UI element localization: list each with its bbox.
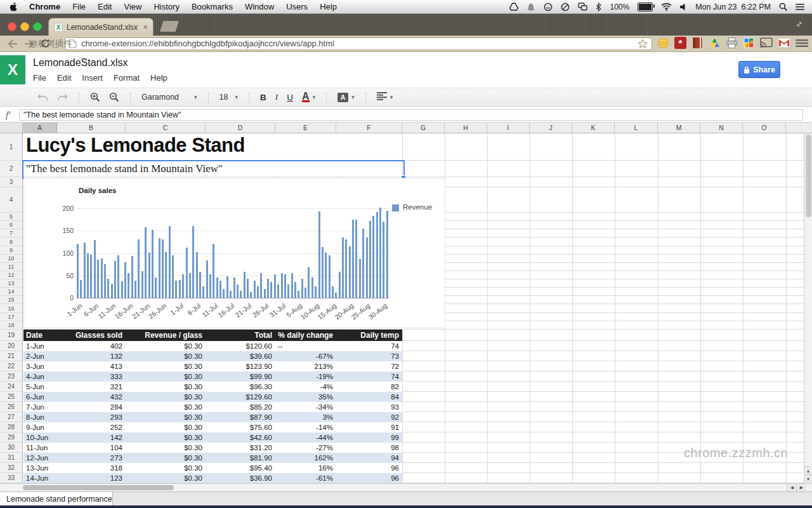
column-header-g[interactable]: G — [402, 123, 445, 133]
column-header-n[interactable]: N — [700, 123, 743, 133]
italic-button[interactable]: I — [275, 92, 278, 102]
menu-bar-clock[interactable]: Mon Jun 23 6:22 PM — [695, 3, 771, 11]
table-cell[interactable]: $0.30 — [126, 412, 206, 422]
app-menu-format[interactable]: Format — [114, 73, 140, 83]
table-cell[interactable]: $0.30 — [126, 351, 206, 361]
row-header-29[interactable]: 29 — [0, 432, 23, 442]
table-cell[interactable]: $0.30 — [126, 361, 206, 371]
table-cell[interactable]: $81.90 — [206, 453, 275, 463]
window-resize-icon[interactable] — [796, 19, 803, 30]
table-cell[interactable]: 3% — [275, 412, 336, 422]
volume-icon[interactable] — [680, 3, 687, 11]
table-cell[interactable]: 142 — [57, 432, 126, 443]
align-button[interactable]: ▾ — [377, 91, 393, 103]
table-cell[interactable]: 72 — [336, 361, 402, 371]
table-cell[interactable]: 99 — [336, 432, 402, 443]
table-cell[interactable]: $42.60 — [206, 432, 275, 443]
notification-center-icon[interactable] — [796, 3, 804, 11]
table-cell[interactable]: 35% — [275, 392, 336, 402]
table-cell[interactable]: 92 — [336, 412, 402, 422]
table-cell[interactable]: $120.60 — [206, 341, 275, 351]
table-cell[interactable]: 213% — [275, 361, 336, 371]
table-cell[interactable]: 4-Jun — [23, 371, 57, 382]
browser-tab[interactable]: X LemonadeStand.xlsx × — [48, 18, 154, 36]
table-cell[interactable]: 94 — [336, 453, 402, 463]
vertical-scrollbar[interactable]: ▲ ▼ — [804, 133, 812, 483]
zoom-out-button[interactable] — [109, 92, 119, 102]
table-cell[interactable]: 1-Jun — [23, 341, 57, 351]
column-header-o[interactable]: O — [743, 123, 786, 133]
column-header-l[interactable]: L — [615, 123, 658, 133]
underline-button[interactable]: U — [287, 93, 293, 102]
new-tab-button[interactable] — [160, 21, 179, 32]
address-bar[interactable]: chrome-extension://ehibbfinohgbchlgdbfpi… — [65, 37, 652, 50]
row-header-4[interactable]: 4 — [0, 187, 23, 212]
drive-icon[interactable] — [509, 3, 518, 11]
gmail-extension-icon[interactable] — [778, 38, 790, 48]
zoom-in-button[interactable] — [90, 92, 100, 102]
table-cell[interactable]: 432 — [57, 392, 126, 402]
row-header-23[interactable]: 23 — [0, 371, 23, 381]
redo-button[interactable] — [57, 93, 68, 102]
mac-menu-view[interactable]: View — [124, 2, 141, 11]
table-cell[interactable]: -67% — [275, 351, 336, 361]
row-header-10[interactable]: 10 — [0, 255, 23, 262]
table-cell[interactable]: 318 — [57, 463, 126, 473]
table-cell[interactable]: -34% — [275, 402, 336, 412]
table-cell[interactable]: 74 — [336, 371, 402, 382]
apple-icon[interactable] — [9, 2, 17, 11]
row-header-22[interactable]: 22 — [0, 361, 23, 371]
table-cell[interactable]: $0.30 — [126, 422, 206, 432]
table-cell[interactable]: 8-Jun — [23, 412, 57, 422]
table-header-cell[interactable]: % daily change — [275, 330, 336, 341]
row-header-28[interactable]: 28 — [0, 422, 23, 432]
table-cell[interactable]: -- — [275, 341, 336, 351]
row-header-1[interactable]: 1 — [0, 133, 23, 160]
table-cell[interactable]: 84 — [336, 392, 402, 402]
notes-extension-icon[interactable] — [743, 37, 755, 49]
table-cell[interactable]: $0.30 — [126, 382, 206, 392]
row-header-19[interactable]: 19 — [0, 330, 23, 340]
table-cell[interactable]: 98 — [336, 443, 402, 453]
spotlight-search-icon[interactable] — [779, 3, 787, 11]
table-cell[interactable]: 82 — [336, 382, 402, 392]
row-header-2[interactable]: 2 — [0, 161, 23, 177]
tab-close-icon[interactable]: × — [143, 23, 148, 31]
app-menu-help[interactable]: Help — [150, 73, 167, 83]
mac-menu-file[interactable]: File — [72, 2, 86, 11]
table-cell[interactable]: 7-Jun — [23, 402, 57, 412]
app-menu-insert[interactable]: Insert — [82, 73, 103, 83]
app-menu-edit[interactable]: Edit — [57, 73, 71, 83]
table-cell[interactable]: 123 — [57, 473, 126, 483]
bold-button[interactable]: B — [260, 93, 266, 102]
table-cell[interactable]: $75.60 — [206, 422, 275, 432]
table-cell[interactable]: -14% — [275, 422, 336, 432]
row-header-9[interactable]: 9 — [0, 246, 23, 254]
table-cell[interactable]: 6-Jun — [23, 392, 57, 402]
document-title[interactable]: LemonadeStand.xlsx — [33, 57, 128, 69]
undo-button[interactable] — [37, 93, 48, 102]
table-cell[interactable]: $39.60 — [206, 351, 275, 361]
password-extension-icon[interactable]: * — [674, 37, 686, 49]
row-header-26[interactable]: 26 — [0, 402, 23, 411]
do-not-disturb-icon[interactable] — [561, 3, 570, 11]
row-header-21[interactable]: 21 — [0, 351, 23, 361]
table-cell[interactable]: $36.90 — [206, 473, 275, 483]
table-cell[interactable]: 11-Jun — [23, 443, 57, 453]
row-header-16[interactable]: 16 — [0, 304, 23, 312]
row-header-30[interactable]: 30 — [0, 443, 23, 452]
table-cell[interactable]: 74 — [336, 341, 402, 351]
row-header-13[interactable]: 13 — [0, 279, 23, 287]
menu-extension-icon[interactable] — [796, 38, 808, 48]
table-header-cell[interactable]: Glasses sold — [57, 330, 126, 341]
app-circle-icon[interactable] — [544, 3, 553, 11]
table-cell[interactable]: 73 — [336, 351, 402, 361]
row-header-15[interactable]: 15 — [0, 296, 23, 304]
table-cell[interactable]: 162% — [275, 453, 336, 463]
notifications-icon[interactable] — [527, 3, 535, 11]
mac-menu-history[interactable]: History — [154, 2, 179, 11]
formula-input[interactable]: "The best lemonade stand in Mountain Vie… — [19, 109, 803, 121]
table-cell[interactable]: -44% — [275, 432, 336, 443]
table-cell[interactable]: 333 — [57, 371, 126, 382]
vertical-scroll-thumb[interactable] — [806, 135, 811, 217]
